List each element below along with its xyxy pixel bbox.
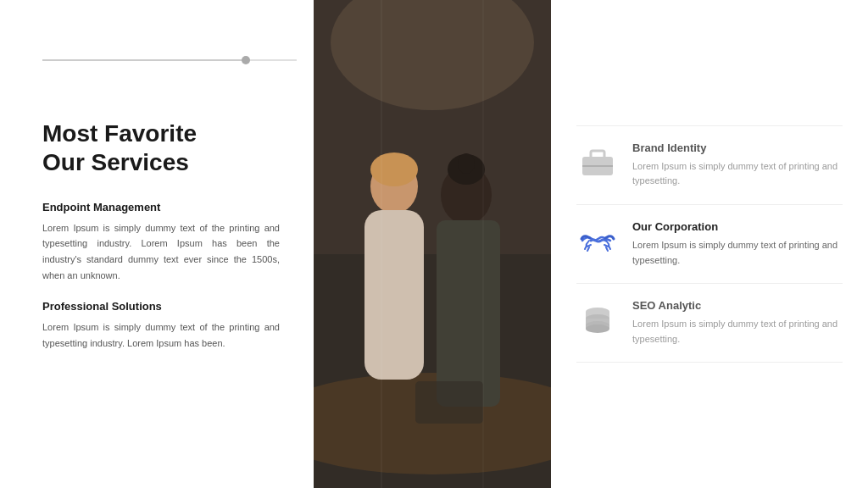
brand-title: Brand Identity	[632, 141, 843, 154]
brand-text: Lorem Ipsum is simply dummy text of prin…	[632, 159, 843, 189]
corporation-icon-box	[576, 220, 619, 263]
brand-icon-box	[576, 141, 619, 184]
database-icon	[581, 304, 614, 336]
corporation-text: Lorem Ipsum is simply dummy text of prin…	[632, 238, 843, 268]
hero-image	[314, 0, 551, 488]
service-title-endpoint: Endpoint Management	[42, 201, 280, 214]
scene-svg	[314, 0, 551, 488]
service-item-seo: SEO Analytic Lorem Ipsum is simply dummy…	[576, 284, 843, 363]
service-text-endpoint: Lorem Ipsum is simply dummy text of the …	[42, 220, 280, 284]
service-item-brand: Brand Identity Lorem Ipsum is simply dum…	[576, 125, 843, 205]
service-block-endpoint: Endpoint Management Lorem Ipsum is simpl…	[42, 201, 280, 284]
briefcase-icon	[581, 148, 614, 177]
seo-title: SEO Analytic	[632, 299, 843, 312]
seo-info: SEO Analytic Lorem Ipsum is simply dummy…	[632, 299, 843, 347]
seo-text: Lorem Ipsum is simply dummy text of prin…	[632, 317, 843, 347]
main-title: Most Favorite Our Services	[42, 119, 280, 176]
service-item-corporation: Our Corporation Lorem Ipsum is simply du…	[576, 205, 843, 284]
service-block-professional: Professional Solutions Lorem Ipsum is si…	[42, 300, 280, 351]
handshake-icon	[578, 222, 617, 261]
right-panel: Brand Identity Lorem Ipsum is simply dum…	[551, 0, 868, 488]
corporation-info: Our Corporation Lorem Ipsum is simply du…	[632, 220, 843, 268]
corporation-title: Our Corporation	[632, 220, 843, 233]
photo-background	[314, 0, 551, 488]
seo-icon-box	[576, 299, 619, 341]
brand-info: Brand Identity Lorem Ipsum is simply dum…	[632, 141, 843, 189]
service-title-professional: Professional Solutions	[42, 300, 280, 313]
left-panel: Most Favorite Our Services Endpoint Mana…	[0, 0, 314, 488]
svg-rect-12	[314, 0, 551, 488]
service-text-professional: Lorem Ipsum is simply dummy text of the …	[42, 319, 280, 351]
svg-rect-16	[591, 151, 604, 158]
svg-point-24	[586, 324, 609, 333]
progress-bar	[42, 59, 297, 61]
